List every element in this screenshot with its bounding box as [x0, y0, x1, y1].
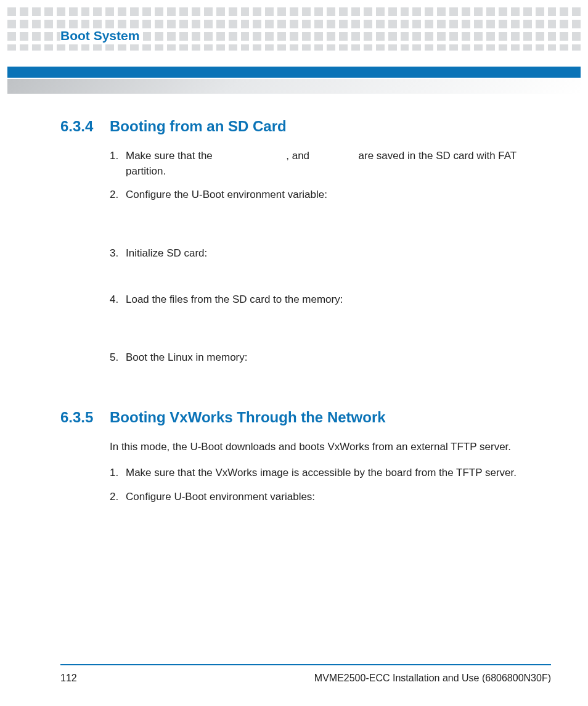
section-title: Booting from an SD Card [110, 118, 287, 135]
footer-divider [60, 664, 551, 665]
step-list: 5. Boot the Linux in memory: [110, 350, 551, 366]
step-item: 1. Make sure that the VxWorks image is a… [110, 466, 551, 481]
step-list: 4. Load the files from the SD card to th… [110, 292, 551, 308]
header-shadow [7, 79, 581, 94]
step-number: 3. [110, 246, 126, 261]
step-item: 2. Configure the U-Boot environment vari… [110, 187, 551, 203]
step-item: 3. Initialize SD card: [110, 246, 551, 261]
step-item: 4. Load the files from the SD card to th… [110, 292, 551, 308]
step-number: 4. [110, 292, 126, 308]
step-list: 1. Make sure that the VxWorks image is a… [110, 466, 551, 504]
section-heading: 6.3.5 Booting VxWorks Through the Networ… [60, 409, 551, 426]
section-heading: 6.3.4 Booting from an SD Card [60, 118, 551, 135]
step-number: 1. [110, 466, 126, 481]
step-item: 5. Boot the Linux in memory: [110, 350, 551, 366]
step-text: Configure the U-Boot environment variabl… [126, 187, 551, 203]
step-list: 1. Make sure that the , and are saved in… [110, 149, 551, 203]
step-text: Make sure that the VxWorks image is acce… [126, 466, 551, 481]
step-text: Initialize SD card: [126, 246, 551, 261]
step-text: Make sure that the , and are saved in th… [126, 149, 551, 179]
page-footer: 112 MVME2500-ECC Installation and Use (6… [60, 673, 551, 684]
step-item: 1. Make sure that the , and are saved in… [110, 149, 551, 179]
step-text-fragment: , and [286, 150, 312, 162]
section-number: 6.3.5 [60, 409, 110, 426]
header-blue-bar [7, 67, 581, 78]
step-list: 3. Initialize SD card: [110, 246, 551, 261]
chapter-title: Boot System [60, 28, 143, 43]
page-number: 112 [60, 673, 77, 684]
step-text: Boot the Linux in memory: [126, 350, 551, 366]
doc-title: MVME2500-ECC Installation and Use (68068… [314, 673, 551, 684]
step-text: Load the files from the SD card to the m… [126, 292, 551, 308]
step-number: 5. [110, 350, 126, 366]
step-item: 2. Configure U-Boot environment variable… [110, 490, 551, 505]
step-text: Configure U-Boot environment variables: [126, 490, 551, 505]
section-intro: In this mode, the U-Boot downloads and b… [110, 440, 551, 455]
step-number: 2. [110, 490, 126, 505]
section-number: 6.3.4 [60, 118, 110, 135]
step-number: 2. [110, 187, 126, 203]
section-title: Booting VxWorks Through the Network [110, 409, 386, 426]
step-number: 1. [110, 149, 126, 179]
step-text-fragment: Make sure that the [126, 150, 216, 162]
